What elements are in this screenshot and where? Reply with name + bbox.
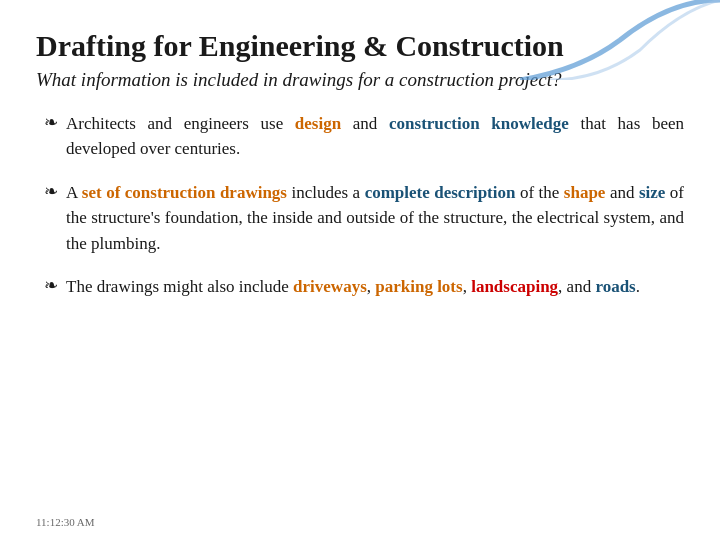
b2-shape: shape	[564, 183, 606, 202]
bullet-text-2: A set of construction drawings includes …	[66, 180, 684, 257]
b1-design: design	[295, 114, 341, 133]
bullet-item-3: ❧ The drawings might also include drivew…	[44, 274, 684, 300]
bullet-item-1: ❧ Architects and engineers use design an…	[44, 111, 684, 162]
b3-parking-lots: parking lots	[375, 277, 462, 296]
slide-container: Drafting for Engineering & Construction …	[0, 0, 720, 540]
b3-driveways: driveways	[293, 277, 367, 296]
b1-and2: and	[341, 114, 389, 133]
bullet-symbol-1: ❧	[44, 112, 58, 133]
slide-title: Drafting for Engineering & Construction	[36, 28, 684, 64]
b2-of-the: of the	[515, 183, 563, 202]
bullet-section-2: ❧ A set of construction drawings include…	[36, 180, 684, 257]
bullet-text-1: Architects and engineers use design and …	[66, 111, 684, 162]
bullet-item-2: ❧ A set of construction drawings include…	[44, 180, 684, 257]
b3-the: The drawings might also include	[66, 277, 293, 296]
b3-period: .	[636, 277, 640, 296]
b2-set-of-construction-drawings: set of construction drawings	[82, 183, 287, 202]
bullet-symbol-2: ❧	[44, 181, 58, 202]
b3-comma1: ,	[367, 277, 376, 296]
bullet-section-1: ❧ Architects and engineers use design an…	[36, 111, 684, 162]
b2-size: size	[639, 183, 665, 202]
b1-architects: Architects	[66, 114, 136, 133]
b2-includes: includes a	[287, 183, 365, 202]
bullet-symbol-3: ❧	[44, 275, 58, 296]
b3-and: , and	[558, 277, 595, 296]
b2-and: and	[605, 183, 639, 202]
b1-construction-knowledge: construction knowledge	[389, 114, 569, 133]
b3-roads: roads	[595, 277, 635, 296]
b3-landscaping: landscaping	[471, 277, 558, 296]
bullet-section-3: ❧ The drawings might also include drivew…	[36, 274, 684, 300]
b2-a: A	[66, 183, 82, 202]
b1-and1: and engineers use	[136, 114, 295, 133]
slide-subtitle: What information is included in drawings…	[36, 68, 684, 93]
bullet-text-3: The drawings might also include driveway…	[66, 274, 640, 300]
b3-comma2: ,	[463, 277, 472, 296]
timestamp: 11:12:30 AM	[36, 516, 95, 528]
b2-complete-description: complete description	[365, 183, 516, 202]
